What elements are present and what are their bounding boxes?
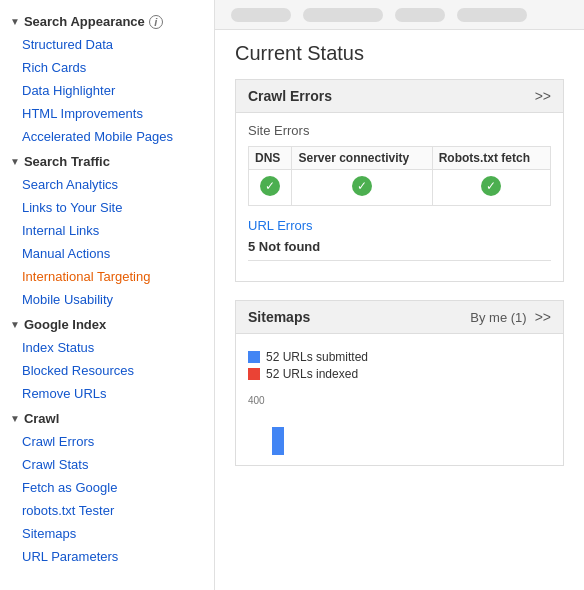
legend-submitted-label: 52 URLs submitted xyxy=(266,350,368,364)
errors-row xyxy=(249,170,551,206)
legend-indexed-label: 52 URLs indexed xyxy=(266,367,358,381)
sidebar-section-search-traffic[interactable]: ▼ Search Traffic xyxy=(0,148,214,173)
top-bar xyxy=(215,0,584,30)
legend-dot-red xyxy=(248,368,260,380)
sidebar-item-data-highlighter[interactable]: Data Highlighter xyxy=(0,79,214,102)
arrow-icon: ▼ xyxy=(10,16,20,27)
sidebar-item-search-analytics[interactable]: Search Analytics xyxy=(0,173,214,196)
content-area: Current Status Crawl Errors >> Site Erro… xyxy=(215,30,584,496)
errors-table: DNS Server connectivity Robots.txt fetch xyxy=(248,146,551,206)
dns-check-icon xyxy=(260,176,280,196)
crawl-errors-title: Crawl Errors xyxy=(248,88,332,104)
robots-status xyxy=(432,170,550,206)
sidebar-item-remove-urls[interactable]: Remove URLs xyxy=(0,382,214,405)
chart-bar-container xyxy=(272,409,551,455)
sidebar-item-internal-links[interactable]: Internal Links xyxy=(0,219,214,242)
main-content: Current Status Crawl Errors >> Site Erro… xyxy=(215,0,584,590)
sidebar-item-index-status[interactable]: Index Status xyxy=(0,336,214,359)
sidebar-item-url-parameters[interactable]: URL Parameters xyxy=(0,545,214,568)
sidebar-item-international-targeting[interactable]: International Targeting xyxy=(0,265,214,288)
sitemaps-section: Sitemaps By me (1) >> 52 URLs submitted … xyxy=(235,300,564,466)
current-status-title: Current Status xyxy=(235,42,564,65)
topbar-blur-0 xyxy=(231,8,291,22)
not-found-label: Not found xyxy=(259,239,320,254)
sitemaps-header[interactable]: Sitemaps By me (1) >> xyxy=(236,301,563,334)
sidebar-item-structured-data[interactable]: Structured Data xyxy=(0,33,214,56)
legend-dot-blue xyxy=(248,351,260,363)
topbar-blur-1 xyxy=(303,8,383,22)
not-found-count: 5 xyxy=(248,239,255,254)
sidebar-section-crawl[interactable]: ▼ Crawl xyxy=(0,405,214,430)
chart-area: 400 xyxy=(248,395,551,455)
sidebar-item-rich-cards[interactable]: Rich Cards xyxy=(0,56,214,79)
sidebar-item-crawl-errors[interactable]: Crawl Errors xyxy=(0,430,214,453)
chart-y-label: 400 xyxy=(248,395,265,406)
sidebar-item-robots-txt-tester[interactable]: robots.txt Tester xyxy=(0,499,214,522)
sidebar-item-accelerated-mobile[interactable]: Accelerated Mobile Pages xyxy=(0,125,214,148)
sitemaps-arrow: >> xyxy=(535,309,551,325)
sitemaps-title: Sitemaps xyxy=(248,309,310,325)
sidebar-item-links-to-site[interactable]: Links to Your Site xyxy=(0,196,214,219)
robots-check-icon xyxy=(481,176,501,196)
sidebar-item-fetch-as-google[interactable]: Fetch as Google xyxy=(0,476,214,499)
arrow-icon: ▼ xyxy=(10,319,20,330)
col-dns: DNS xyxy=(249,147,292,170)
sidebar-item-html-improvements[interactable]: HTML Improvements xyxy=(0,102,214,125)
divider xyxy=(248,260,551,261)
crawl-errors-arrow: >> xyxy=(535,88,551,104)
sitemaps-body: 52 URLs submitted 52 URLs indexed 400 xyxy=(236,334,563,465)
crawl-errors-section: Crawl Errors >> Site Errors DNS Server c… xyxy=(235,79,564,282)
dns-status xyxy=(249,170,292,206)
sidebar-item-mobile-usability[interactable]: Mobile Usability xyxy=(0,288,214,311)
chart-bar xyxy=(272,427,284,455)
arrow-icon: ▼ xyxy=(10,156,20,167)
topbar-blur-3 xyxy=(457,8,527,22)
col-server: Server connectivity xyxy=(292,147,432,170)
chart-legend: 52 URLs submitted 52 URLs indexed xyxy=(248,344,551,387)
sitemaps-header-right: By me (1) >> xyxy=(470,309,551,325)
info-icon: i xyxy=(149,15,163,29)
sidebar-item-crawl-stats[interactable]: Crawl Stats xyxy=(0,453,214,476)
sidebar-item-manual-actions[interactable]: Manual Actions xyxy=(0,242,214,265)
server-status xyxy=(292,170,432,206)
sidebar-section-google-index[interactable]: ▼ Google Index xyxy=(0,311,214,336)
col-robots: Robots.txt fetch xyxy=(432,147,550,170)
not-found-text: 5 Not found xyxy=(248,239,551,254)
sidebar-item-blocked-resources[interactable]: Blocked Resources xyxy=(0,359,214,382)
url-errors-label[interactable]: URL Errors xyxy=(248,218,551,233)
topbar-blur-2 xyxy=(395,8,445,22)
legend-item-submitted: 52 URLs submitted xyxy=(248,350,551,364)
sidebar: ▼ Search Appearance iStructured DataRich… xyxy=(0,0,215,590)
site-errors-label: Site Errors xyxy=(248,123,551,138)
arrow-icon: ▼ xyxy=(10,413,20,424)
crawl-errors-body: Site Errors DNS Server connectivity Robo… xyxy=(236,113,563,281)
sidebar-section-search-appearance[interactable]: ▼ Search Appearance i xyxy=(0,8,214,33)
legend-item-indexed: 52 URLs indexed xyxy=(248,367,551,381)
sitemaps-by-me: By me (1) xyxy=(470,310,526,325)
server-check-icon xyxy=(352,176,372,196)
crawl-errors-header[interactable]: Crawl Errors >> xyxy=(236,80,563,113)
sidebar-item-sitemaps[interactable]: Sitemaps xyxy=(0,522,214,545)
